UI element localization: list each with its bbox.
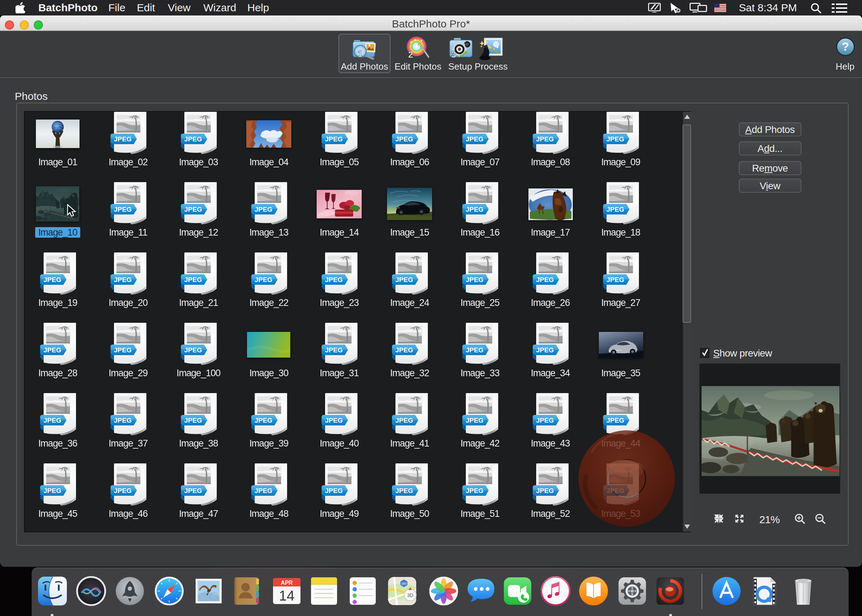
svg-text:?: ? bbox=[842, 39, 849, 53]
svg-text:1: 1 bbox=[358, 48, 362, 59]
svg-text:2: 2 bbox=[408, 49, 413, 60]
svg-text:14: 14 bbox=[279, 588, 295, 603]
svg-text:APR: APR bbox=[281, 580, 292, 585]
svg-text:3: 3 bbox=[451, 49, 456, 60]
svg-text:280: 280 bbox=[401, 581, 407, 585]
svg-text:3D: 3D bbox=[407, 592, 413, 598]
